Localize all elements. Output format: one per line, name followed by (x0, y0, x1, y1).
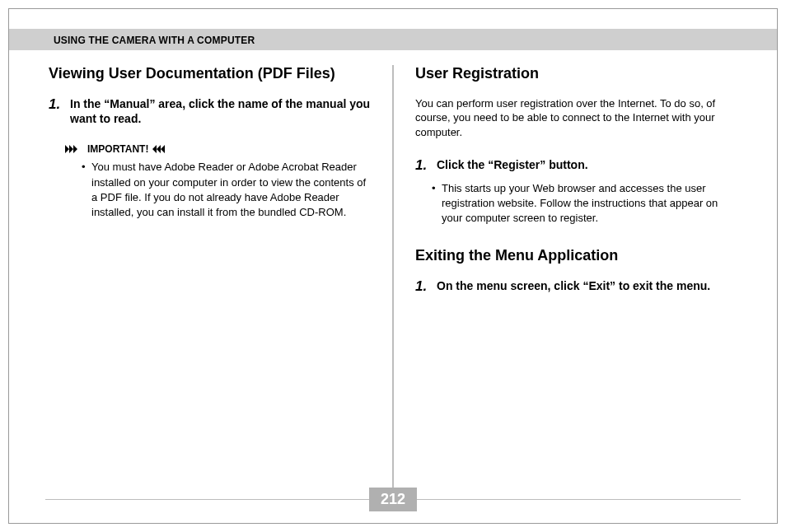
step-number: 1. (49, 96, 63, 113)
left-step-1: 1. In the “Manual” area, click the name … (49, 96, 371, 128)
step-text: On the menu screen, click “Exit” to exit… (437, 278, 737, 294)
registration-bullet-list: This starts up your Web browser and acce… (415, 181, 737, 226)
registration-bullet-item: This starts up your Web browser and acce… (432, 181, 737, 226)
step-number: 1. (415, 278, 430, 295)
triangles-right-icon (65, 145, 83, 153)
manual-page: USING THE CAMERA WITH A COMPUTER Viewing… (8, 8, 778, 524)
column-divider (392, 65, 394, 502)
section-header-title: USING THE CAMERA WITH A COMPUTER (54, 35, 255, 46)
footer-rule-left (45, 499, 369, 500)
right-heading-2: Exiting the Menu Application (415, 247, 737, 265)
important-label: IMPORTANT! (87, 143, 148, 155)
section-header-bar: USING THE CAMERA WITH A COMPUTER (9, 29, 777, 50)
left-column: Viewing User Documentation (PDF Files) 1… (45, 65, 391, 502)
step-text: Click the “Register” button. (437, 157, 737, 173)
triangles-left-icon (152, 145, 171, 153)
important-bullet-list: You must have Adobe Reader or Adobe Acro… (65, 160, 371, 220)
right-step-2: 1. On the menu screen, click “Exit” to e… (415, 278, 737, 295)
footer-rule-right (417, 499, 741, 500)
step-text: In the “Manual” area, click the name of … (70, 96, 371, 128)
registration-intro: You can perform user registration over t… (415, 96, 737, 140)
page-footer: 212 (9, 488, 777, 511)
right-column: User Registration You can perform user r… (395, 65, 741, 502)
spacer (415, 226, 737, 247)
right-heading-1: User Registration (415, 65, 737, 83)
important-label-row: IMPORTANT! (65, 143, 371, 155)
left-heading: Viewing User Documentation (PDF Files) (49, 65, 371, 83)
step-number: 1. (415, 157, 430, 174)
columns-wrapper: Viewing User Documentation (PDF Files) 1… (9, 65, 777, 502)
important-bullet-item: You must have Adobe Reader or Adobe Acro… (82, 160, 371, 220)
important-block: IMPORTANT! You must have Adobe Reader or… (49, 143, 371, 220)
page-number-box: 212 (369, 488, 417, 511)
right-step-1: 1. Click the “Register” button. (415, 157, 737, 174)
